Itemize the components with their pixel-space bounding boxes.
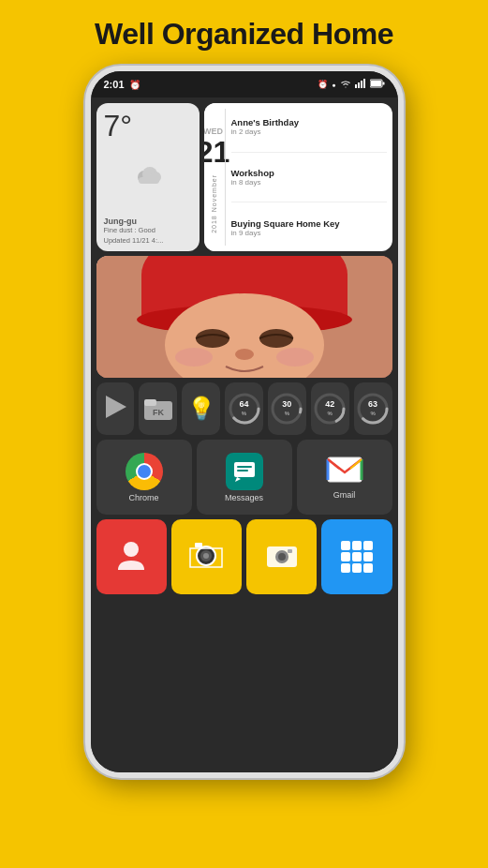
cal-event-2-title: Workshop [231, 168, 387, 178]
svg-text:FK: FK [153, 408, 164, 417]
contacts-button[interactable] [96, 519, 167, 594]
svg-point-19 [175, 348, 213, 367]
weather-icon [104, 162, 192, 195]
playstore-button[interactable] [96, 382, 135, 435]
svg-point-17 [259, 329, 293, 348]
alarm-icon-right: ⏰ [318, 80, 328, 89]
phone-wrapper: 2:01 ⏰ ⏰ ● [0, 66, 488, 778]
calendar-side: WED 21 2018 November [204, 103, 225, 251]
svg-rect-45 [288, 549, 292, 553]
ring-1-button[interactable]: 64% [225, 382, 263, 435]
icon-row-1: FK 💡 64% [96, 382, 392, 435]
photo-widget [96, 256, 392, 378]
messages-label: Messages [225, 493, 263, 502]
dot-icon: ● [332, 82, 335, 88]
weather-location: Jung-gu [104, 217, 192, 226]
alarm-icon: ⏰ [129, 80, 140, 90]
cal-month: November [211, 174, 217, 212]
status-time: 2:01 [104, 79, 125, 90]
ring-4-button[interactable]: 63% [354, 382, 392, 435]
weather-widget[interactable]: 7° Jung-gu Fine dust : Good Updated 11/2… [96, 103, 200, 251]
cam2-icon [265, 541, 299, 573]
chrome-label: Chrome [128, 493, 158, 502]
bulb-button[interactable]: 💡 [182, 382, 220, 435]
grid-icon [341, 541, 373, 573]
svg-rect-35 [237, 470, 248, 471]
chrome-button[interactable]: Chrome [96, 440, 192, 515]
grid-button[interactable] [321, 519, 392, 594]
contacts-icon [114, 538, 148, 576]
icon-row-2: Chrome Messages [96, 440, 392, 515]
cal-year: 2018 [211, 215, 217, 233]
cam2-button[interactable] [246, 519, 317, 594]
cam1-button[interactable] [171, 519, 242, 594]
cal-event-3: Buying Square Home Key in 9 days [231, 218, 387, 237]
weather-temp: 7° [104, 111, 192, 141]
calendar-widget[interactable]: WED 21 2018 November Anne's Birthday in … [204, 103, 392, 251]
svg-point-37 [124, 542, 139, 557]
svg-rect-41 [195, 543, 202, 547]
ring-1-icon: 64% [227, 391, 262, 427]
status-bar: 2:01 ⏰ ⏰ ● [91, 71, 398, 97]
cal-event-3-title: Buying Square Home Key [231, 218, 387, 229]
ring-2-icon: 30% [269, 391, 304, 427]
cam1-icon [189, 541, 223, 573]
page-title: Well Organized Home [0, 0, 488, 61]
svg-rect-3 [363, 79, 365, 88]
cal-event-1-title: Anne's Birthday [231, 117, 387, 127]
ring-2-button[interactable]: 30% [268, 382, 306, 435]
folder-icon: FK [142, 393, 174, 425]
ring-3-icon: 42% [312, 391, 348, 427]
svg-rect-36 [328, 457, 362, 482]
icon-row-3 [96, 519, 392, 594]
cal-event-1-sub: in 2 days [231, 127, 387, 136]
playstore-icon [102, 394, 128, 424]
chrome-icon [126, 453, 163, 490]
svg-rect-10 [139, 177, 159, 184]
messages-icon [226, 453, 263, 490]
svg-point-40 [203, 553, 209, 559]
svg-rect-1 [358, 82, 360, 88]
gmail-icon [326, 456, 363, 487]
cal-event-2-sub: in 8 days [231, 178, 387, 187]
battery-icon [370, 79, 385, 90]
svg-rect-0 [355, 84, 357, 88]
svg-rect-23 [144, 399, 156, 406]
gmail-label: Gmail [333, 490, 356, 500]
cal-event-1: Anne's Birthday in 2 days [231, 117, 387, 136]
signal-icon [355, 79, 366, 90]
svg-rect-34 [237, 466, 252, 468]
cal-event-2: Workshop in 8 days [231, 168, 387, 187]
messages-button[interactable]: Messages [197, 440, 292, 515]
screen: 7° Jung-gu Fine dust : Good Updated 11/2… [91, 97, 398, 772]
svg-marker-21 [106, 396, 126, 418]
weather-updated: Updated 11/21 4:... [104, 236, 192, 247]
ring-3-button[interactable]: 42% [311, 382, 349, 435]
svg-point-44 [278, 553, 286, 561]
phone: 2:01 ⏰ ⏰ ● [85, 66, 404, 778]
calendar-events: Anne's Birthday in 2 days Workshop in 8 … [226, 103, 392, 251]
svg-rect-2 [361, 81, 362, 88]
svg-rect-6 [371, 81, 381, 86]
cal-event-3-sub: in 9 days [231, 229, 387, 237]
ring-4-icon: 63% [355, 391, 391, 427]
weather-dust: Fine dust : Good [104, 226, 192, 236]
wifi-icon [340, 79, 351, 90]
top-row: 7° Jung-gu Fine dust : Good Updated 11/2… [96, 103, 392, 251]
gmail-button[interactable]: Gmail [297, 440, 392, 515]
svg-rect-5 [382, 82, 384, 85]
folder-button[interactable]: FK [139, 382, 177, 435]
svg-point-18 [235, 349, 254, 360]
bulb-icon: 💡 [187, 396, 215, 422]
svg-point-16 [196, 329, 229, 348]
svg-point-20 [276, 348, 314, 367]
